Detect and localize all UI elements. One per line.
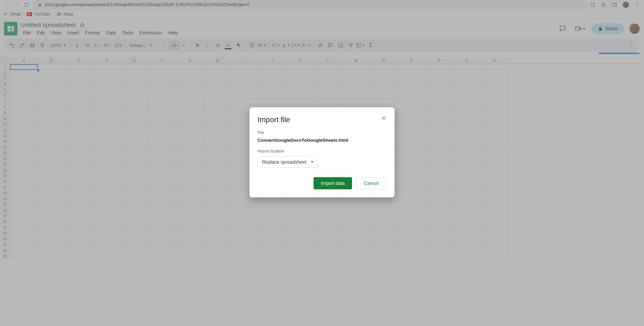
import-location-label: Import location	[258, 149, 386, 154]
chevron-down-icon: ▼	[311, 160, 314, 164]
cancel-button[interactable]: Cancel	[356, 177, 386, 189]
file-name: ConvertGoogleDocsToGoogleSheets.html	[258, 138, 386, 143]
import-location-value: Replace spreadsheet	[262, 159, 306, 165]
import-location-select[interactable]: Replace spreadsheet ▼	[258, 156, 318, 168]
import-data-button[interactable]: Import data	[314, 177, 352, 189]
modal-overlay[interactable]: Import file File ConvertGoogleDocsToGoog…	[0, 0, 644, 326]
import-file-dialog: Import file File ConvertGoogleDocsToGoog…	[249, 107, 395, 197]
dialog-title: Import file	[258, 115, 386, 124]
file-label: File	[258, 130, 386, 135]
close-icon	[381, 115, 386, 121]
close-button[interactable]	[380, 114, 388, 122]
